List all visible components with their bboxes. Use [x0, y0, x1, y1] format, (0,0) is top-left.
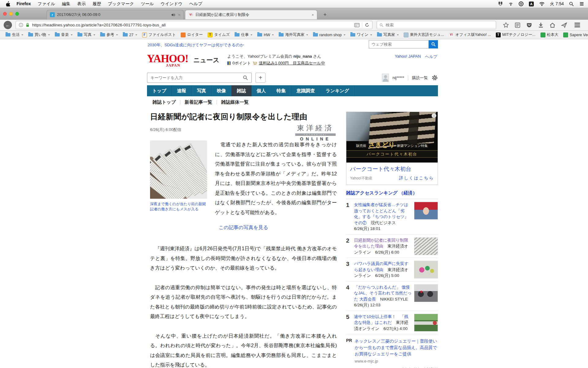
- sdgs-promo-link[interactable]: 2030年、SDGs達成に向けてヤフーは何ができるのか: [148, 42, 244, 48]
- menubar-item[interactable]: ファイル: [34, 1, 58, 6]
- bookmark-folder[interactable]: 写真: [75, 32, 98, 37]
- menubar-item[interactable]: ウインドウ: [157, 1, 186, 6]
- account-id[interactable]: nij*****: [393, 75, 404, 80]
- bookmark-folder[interactable]: HW: [255, 33, 276, 37]
- bookmark-folder[interactable]: 音楽: [52, 32, 75, 37]
- minimize-window-button[interactable]: [9, 12, 13, 16]
- spotlight-search-icon[interactable]: [569, 2, 574, 6]
- back-button[interactable]: ←: [4, 21, 12, 29]
- bookmark-item[interactable]: Fファイルポスト: [140, 32, 179, 37]
- promo-link[interactable]: 送料込み1,000円 目玉商品セール中: [259, 60, 325, 66]
- close-window-button[interactable]: [3, 12, 7, 16]
- bookmark-folder[interactable]: 生活: [3, 32, 26, 37]
- bookmark-item[interactable]: Sapere Vedere ~...: [561, 33, 588, 37]
- tab-close-button[interactable]: ×: [178, 13, 180, 17]
- bookmarks-panel-icon[interactable]: [514, 22, 521, 28]
- nav-tab-9[interactable]: ランキング: [320, 85, 355, 96]
- subscriptions-link[interactable]: 購読一覧: [412, 75, 428, 81]
- web-search-input[interactable]: [369, 40, 429, 48]
- menubar-item[interactable]: Firefox: [13, 1, 34, 6]
- https-lock-icon[interactable]: [25, 23, 30, 27]
- new-tab-button[interactable]: +: [321, 12, 329, 18]
- keyword-search-button[interactable]: [239, 73, 251, 82]
- ranking-thumbnail-jal-executives[interactable]: [414, 284, 438, 302]
- keyword-search-input[interactable]: [147, 75, 239, 80]
- address-bar[interactable]: https://headlines.yahoo.co.jp/article?a=…: [16, 21, 372, 29]
- notification-center-icon[interactable]: [579, 2, 584, 6]
- menubar-item[interactable]: ヘルプ: [186, 1, 206, 6]
- site-info-icon[interactable]: [19, 23, 23, 27]
- add-keyword-button[interactable]: +: [255, 73, 266, 83]
- tab-audio-icon[interactable]: [171, 13, 175, 17]
- ranking-thumbnail-express-train[interactable]: [414, 314, 438, 332]
- input-source-menu-icon[interactable]: A: [529, 2, 534, 6]
- points-link[interactable]: 0ポイント: [232, 60, 251, 66]
- browser-tab-radiko[interactable]: r 2017/06/27/火 06:00-09:0 ×: [47, 10, 184, 19]
- bookmark-folder[interactable]: 買い物: [26, 32, 52, 37]
- ad-title-link[interactable]: パークコート代々木初台: [350, 166, 411, 172]
- bookmark-star-icon[interactable]: [503, 22, 509, 28]
- url-text[interactable]: https://headlines.yahoo.co.jp/article?a=…: [32, 23, 354, 27]
- menubar-clock[interactable]: 火 7:54: [550, 1, 564, 7]
- home-icon[interactable]: [549, 22, 556, 28]
- downloads-icon[interactable]: [538, 22, 544, 28]
- photo-caption-link[interactable]: 深夜まで働くのが当たり前の新聞記者の働き方にもメスが入る: [150, 201, 207, 212]
- menubar-item[interactable]: 編集: [58, 1, 74, 6]
- menubar-item[interactable]: ツール: [138, 1, 157, 6]
- apple-menu-icon[interactable]: [6, 1, 10, 6]
- bookmark-folder[interactable]: 参考: [98, 32, 120, 37]
- ranking-thumbnail-newspapers[interactable]: [414, 237, 438, 255]
- nav-tab-1[interactable]: トップ: [147, 85, 172, 96]
- ranking-thumbnail-assembly-members[interactable]: [414, 261, 438, 278]
- reload-icon[interactable]: [365, 23, 369, 27]
- sidebar-ad-parkcourt[interactable]: i 販売前 さきどり 新築マンション特集 パークコート代々木初台 パークコート代…: [346, 112, 438, 185]
- browser-search-bar[interactable]: [377, 21, 496, 29]
- wifi-icon[interactable]: [539, 2, 545, 6]
- help-link[interactable]: ヘルプ: [425, 54, 437, 59]
- hotspot-icon[interactable]: [508, 2, 513, 6]
- bookmark-folder[interactable]: ワイン: [348, 32, 375, 37]
- nav-tab-6[interactable]: 個人: [251, 85, 271, 96]
- subnav-item[interactable]: 雑誌トップ: [148, 99, 180, 105]
- bookmark-item[interactable]: Tタイムズ: [205, 32, 232, 37]
- toyokeizai-online-logo[interactable]: 東洋経済 TOYOKEIZAI ONLINE: [295, 123, 336, 141]
- bookmark-folder[interactable]: 写真家: [375, 32, 401, 37]
- bookmark-folder[interactable]: 27: [120, 33, 140, 37]
- bookmark-folder[interactable]: 仕事: [232, 32, 255, 37]
- nav-tab-4[interactable]: 映像: [212, 85, 232, 96]
- nav-tab-3[interactable]: 写真: [192, 85, 212, 96]
- nav-tab-7[interactable]: 特集: [271, 85, 291, 96]
- tab-close-button[interactable]: ×: [311, 13, 314, 17]
- nav-tab-2[interactable]: 速報: [172, 85, 192, 96]
- bookmark-item[interactable]: 松本大: [538, 32, 561, 37]
- menubar-item[interactable]: 履歴: [89, 1, 104, 6]
- nav-tab-8[interactable]: 意識調査: [291, 85, 320, 96]
- browser-search-input[interactable]: [386, 23, 493, 27]
- bookmark-folder[interactable]: 海外写真家: [276, 32, 311, 37]
- pr-ad-link[interactable]: ネックレス／三菱のジュエリー｜普段使いから一生ものまで豊富な品揃え。高品質でお買…: [355, 339, 437, 356]
- ad-cta-link[interactable]: 詳しくはこちら: [399, 175, 434, 181]
- ranking-thumbnail-woman-jeans[interactable]: [414, 202, 438, 220]
- bookmark-item[interactable]: 東外大言語モジュ...: [401, 32, 447, 37]
- view-photos-link[interactable]: この記事の写真を見る: [219, 225, 268, 230]
- zoom-window-button[interactable]: [15, 12, 19, 16]
- browser-tab-active-yahoo-news[interactable]: Y! 日経新聞が記者に夜回り制限令 ×: [185, 10, 317, 19]
- web-search-button[interactable]: [429, 40, 438, 48]
- article-photo-newspapers[interactable]: [150, 140, 207, 199]
- subnav-item[interactable]: 新着記事一覧: [180, 99, 217, 105]
- creative-cloud-icon[interactable]: [518, 1, 524, 6]
- subnav-item[interactable]: 雑誌媒体一覧: [217, 99, 253, 105]
- pocket-icon[interactable]: [526, 22, 532, 28]
- reader-view-icon[interactable]: [354, 23, 360, 27]
- bookmark-item[interactable]: TMITテクノロジー...: [493, 32, 538, 37]
- bookmark-folder[interactable]: random shop: [311, 33, 348, 37]
- dropbox-icon[interactable]: [498, 1, 503, 6]
- menu-hamburger-icon[interactable]: [575, 23, 580, 27]
- bookmark-item[interactable]: ロイター: [178, 32, 205, 37]
- yahoo-japan-link[interactable]: Yahoo! JAPAN: [395, 54, 421, 59]
- menubar-item[interactable]: ブックマーク: [104, 1, 138, 6]
- menubar-item[interactable]: 表示: [74, 1, 89, 6]
- bookmark-item[interactable]: Y!オフィス版Yahoo! ...: [447, 32, 493, 37]
- ad-info-icon[interactable]: i: [432, 113, 436, 118]
- share-send-icon[interactable]: [561, 22, 567, 28]
